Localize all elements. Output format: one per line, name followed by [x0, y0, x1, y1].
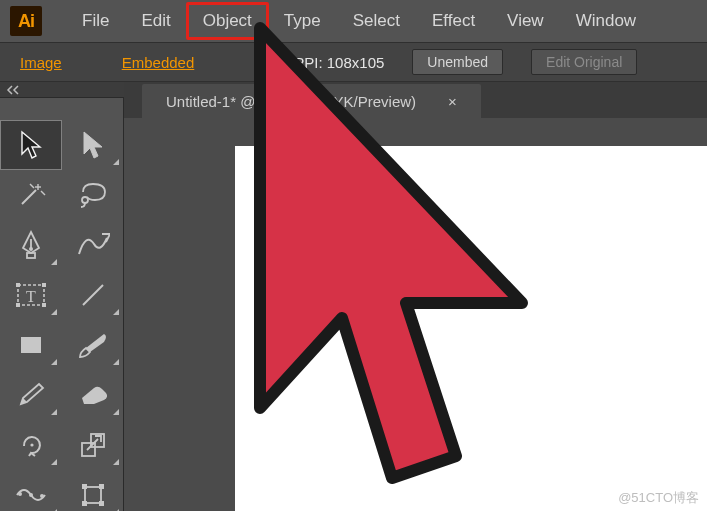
- panel-expander[interactable]: [0, 82, 124, 98]
- line-segment-tool[interactable]: [62, 270, 124, 320]
- pencil-icon: [15, 380, 47, 410]
- svg-rect-12: [42, 283, 46, 287]
- free-transform-tool[interactable]: [62, 470, 124, 511]
- svg-text:T: T: [26, 288, 36, 305]
- unembed-button[interactable]: Unembed: [412, 49, 503, 75]
- svg-point-5: [82, 197, 88, 203]
- type-tool[interactable]: T: [0, 270, 62, 320]
- width-tool[interactable]: [0, 470, 62, 511]
- svg-line-15: [83, 285, 103, 305]
- magic-wand-tool[interactable]: [0, 170, 62, 220]
- svg-line-0: [22, 190, 36, 204]
- menu-items: File Edit Object Type Select Effect View…: [66, 3, 652, 39]
- scale-icon: [78, 430, 108, 460]
- svg-rect-27: [82, 501, 87, 506]
- watermark: @51CTO博客: [618, 489, 699, 507]
- svg-rect-8: [27, 253, 35, 258]
- document-title-suffix: YK/Preview): [334, 93, 417, 110]
- pencil-tool[interactable]: [0, 370, 62, 420]
- svg-rect-13: [16, 303, 20, 307]
- selection-tool[interactable]: [0, 120, 62, 170]
- rotate-icon: [16, 430, 46, 460]
- curvature-icon: [76, 230, 110, 260]
- menu-edit[interactable]: Edit: [125, 3, 186, 39]
- width-icon: [14, 482, 48, 508]
- line-segment-icon: [78, 280, 108, 310]
- menu-view[interactable]: View: [491, 3, 560, 39]
- menu-select[interactable]: Select: [337, 3, 416, 39]
- edit-original-button: Edit Original: [531, 49, 637, 75]
- eraser-tool[interactable]: [62, 370, 124, 420]
- type-tool-icon: T: [15, 280, 47, 310]
- free-transform-icon: [78, 480, 108, 510]
- pen-tool[interactable]: [0, 220, 62, 270]
- svg-line-4: [41, 191, 45, 195]
- rotate-tool[interactable]: [0, 420, 62, 470]
- menu-type[interactable]: Type: [268, 3, 337, 39]
- menu-object[interactable]: Object: [187, 3, 268, 39]
- menu-window[interactable]: Window: [560, 3, 652, 39]
- selection-tool-icon: [18, 130, 44, 160]
- document-title: Untitled-1* @ XXXXXXX YK/Preview): [166, 93, 416, 110]
- pen-tool-icon: [16, 229, 46, 261]
- svg-point-17: [30, 443, 33, 446]
- ppi-label: PPI: 108x105: [294, 54, 384, 71]
- svg-rect-16: [21, 337, 41, 353]
- svg-rect-25: [82, 484, 87, 489]
- svg-line-20: [87, 439, 98, 450]
- direct-selection-tool-icon: [80, 130, 106, 160]
- embedded-link[interactable]: Embedded: [122, 54, 195, 71]
- curvature-tool[interactable]: [62, 220, 124, 270]
- eraser-icon: [76, 382, 110, 408]
- svg-rect-28: [99, 501, 104, 506]
- svg-rect-24: [85, 487, 101, 503]
- svg-rect-26: [99, 484, 104, 489]
- lasso-icon: [77, 180, 109, 210]
- svg-rect-14: [42, 303, 46, 307]
- app-logo: Ai: [10, 6, 42, 36]
- svg-point-21: [18, 492, 22, 496]
- magic-wand-icon: [16, 180, 46, 210]
- toolbox: T: [0, 98, 124, 511]
- menu-file[interactable]: File: [66, 3, 125, 39]
- menu-effect[interactable]: Effect: [416, 3, 491, 39]
- scale-tool[interactable]: [62, 420, 124, 470]
- rectangle-tool[interactable]: [0, 320, 62, 370]
- paintbrush-icon: [76, 330, 110, 360]
- svg-point-7: [29, 247, 33, 251]
- lasso-tool[interactable]: [62, 170, 124, 220]
- close-tab-button[interactable]: ×: [444, 93, 461, 110]
- direct-selection-tool[interactable]: [62, 120, 124, 170]
- svg-point-22: [29, 493, 33, 497]
- document-title-prefix: Untitled-1* @: [166, 93, 255, 110]
- svg-line-3: [30, 184, 34, 188]
- paintbrush-tool[interactable]: [62, 320, 124, 370]
- double-chevron-left-icon: [6, 85, 20, 95]
- svg-rect-11: [16, 283, 20, 287]
- rectangle-icon: [16, 330, 46, 360]
- artboard[interactable]: [235, 146, 707, 511]
- image-link[interactable]: Image: [20, 54, 62, 71]
- svg-point-23: [40, 494, 44, 498]
- document-tab[interactable]: Untitled-1* @ XXXXXXX YK/Preview) ×: [142, 84, 481, 118]
- document-tab-strip: Untitled-1* @ XXXXXXX YK/Preview) ×: [124, 82, 707, 118]
- menu-bar: Ai File Edit Object Type Select Effect V…: [0, 0, 707, 42]
- control-bar: Image Embedded PPI: 108x105 Unembed Edit…: [0, 42, 707, 82]
